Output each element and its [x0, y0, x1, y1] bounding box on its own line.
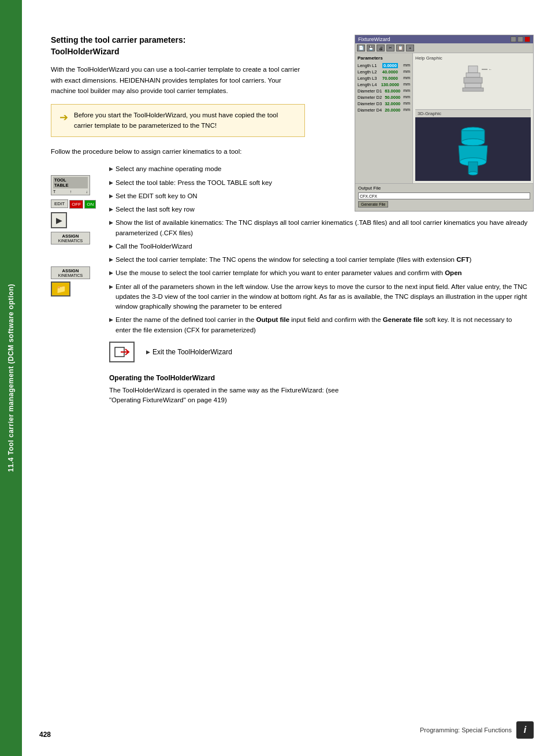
- tb-icon-1[interactable]: 📄: [357, 45, 365, 51]
- tool-illustration: ←: [415, 63, 531, 109]
- tb-icon-2[interactable]: 💾: [367, 45, 375, 51]
- output-input-row: [358, 192, 530, 199]
- help-graphic-label: Help Graphic: [415, 55, 531, 61]
- step4-arrow: ▶: [109, 206, 113, 214]
- step5-text: Show the list of available kinematics: T…: [116, 218, 528, 238]
- footer: 428 Programming: Special Functions i: [22, 721, 551, 739]
- intro-text: With the ToolHolderWizard you can use a …: [51, 64, 305, 96]
- svg-rect-6: [463, 88, 483, 91]
- step9-arrow: ▶: [109, 283, 113, 291]
- param-row-l3: Length L3 70.0000 mm: [358, 76, 410, 81]
- param-row-d4: Diameter D4 20.0000 mm: [358, 108, 410, 113]
- note-text: Before you start the ToolHolderWizard, y…: [74, 110, 296, 131]
- exit-icon-svg: [114, 346, 130, 358]
- panel-body: Parameters Length L1 0.0000 mm Length L2…: [355, 53, 533, 183]
- param-row-l1: Length L1 0.0000 mm: [358, 63, 410, 68]
- page-number: 428: [39, 731, 51, 739]
- tt-row: T↑↓: [53, 190, 88, 194]
- param-row-d2: Diameter D2 50.0000 mm: [358, 95, 410, 100]
- fixture-wizard-panel: FixtureWizard 📄 💾 🖨 ✂ 📋 + Parameters Len…: [355, 35, 534, 212]
- step7-text: Select the tool carrier template: The TN…: [116, 255, 471, 265]
- output-section: Output File Generate File: [355, 183, 533, 211]
- assign-kin-icon1: ASSIGN KINEMATICS: [51, 232, 90, 244]
- step1-arrow: ▶: [109, 165, 113, 173]
- params-label: Parameters: [358, 55, 410, 61]
- step-item-5: ▶ Show the list of available kinematics:…: [109, 216, 528, 240]
- tb-icon-5[interactable]: 📋: [396, 45, 404, 51]
- tool-table-widget: TOOLTABLE T↑↓: [51, 175, 100, 195]
- follow-text: Follow the procedure below to assign car…: [51, 146, 305, 157]
- svg-rect-4: [464, 77, 482, 83]
- footer-right: Programming: Special Functions i: [420, 721, 534, 739]
- close-btn[interactable]: [524, 36, 530, 42]
- footer-text: Programming: Special Functions: [420, 727, 512, 733]
- on-softkey: ON: [84, 200, 96, 209]
- maximize-btn[interactable]: [518, 36, 523, 42]
- off-softkey: OFF: [69, 200, 83, 209]
- panel-toolbar: 📄 💾 🖨 ✂ 📋 +: [355, 43, 533, 53]
- step5-arrow: ▶: [109, 219, 113, 227]
- output-row: Output File: [358, 186, 530, 191]
- panel-titlebar: FixtureWizard: [355, 35, 533, 43]
- svg-point-11: [461, 139, 485, 146]
- panel-title: FixtureWizard: [358, 36, 390, 42]
- nav-button-widget: ▶: [51, 212, 100, 228]
- step-item-6: ▶ Call the ToolHolderWizard: [109, 240, 528, 253]
- tool-table-icon: TOOLTABLE T↑↓: [51, 175, 90, 195]
- step9-text: Enter all of the parameters shown in the…: [116, 282, 528, 312]
- assign-kin-widget2: ASSIGN KINEMATICS 📁: [51, 266, 100, 297]
- note-box: ➔ Before you start the ToolHolderWizard,…: [51, 104, 305, 137]
- param-row-d3: Diameter D3 32.0000 mm: [358, 101, 410, 106]
- tb-icon-6[interactable]: +: [406, 45, 414, 51]
- minimize-btn[interactable]: [511, 36, 516, 42]
- edit-softkey-widget: EDIT OFF ON: [51, 199, 100, 209]
- step8-text: Use the mouse to select the tool carrier…: [116, 268, 462, 278]
- step1-spacer: [51, 162, 100, 175]
- step-item-9: ▶ Enter all of the parameters shown in t…: [109, 280, 528, 314]
- step-item-8: ▶ Use the mouse to select the tool carri…: [109, 266, 528, 280]
- tb-icon-4[interactable]: ✂: [386, 45, 394, 51]
- svg-rect-3: [466, 73, 480, 77]
- tool-svg: ←: [450, 65, 496, 108]
- svg-rect-2: [468, 66, 478, 73]
- exit-step-row: ▶ Exit the ToolHolderWizard: [109, 342, 528, 362]
- generate-file-button[interactable]: Generate File: [358, 201, 388, 207]
- param-row-l4: Length L4 130.0000 mm: [358, 82, 410, 87]
- step3-text: Set the EDIT soft key to ON: [116, 191, 198, 201]
- tb-icon-3[interactable]: 🖨: [377, 45, 385, 51]
- icons-column: TOOLTABLE T↑↓ EDIT OFF ON ▶: [51, 162, 100, 405]
- assign-kin-widget1: ASSIGN KINEMATICS: [51, 232, 100, 244]
- param-row-l2: Length L2 40.0000 mm: [358, 69, 410, 75]
- step11-text: Exit the ToolHolderWizard: [152, 348, 232, 356]
- step-item-7: ▶ Select the tool carrier template: The …: [109, 253, 528, 266]
- step11-container: ▶ Exit the ToolHolderWizard: [146, 348, 232, 356]
- sidebar: 11.4 Tool carrier management (DCM softwa…: [0, 0, 22, 756]
- svg-point-15: [468, 172, 478, 175]
- svg-rect-5: [465, 83, 481, 88]
- panel-parameters: Parameters Length L1 0.0000 mm Length L2…: [355, 53, 413, 183]
- info-icon: i: [524, 725, 526, 735]
- view3d-label: 3D-Graphic: [415, 109, 531, 117]
- view3d-area: [415, 117, 531, 181]
- step3-arrow: ▶: [109, 192, 113, 201]
- step6-text: Call the ToolHolderWizard: [116, 242, 192, 251]
- sub-section-title: Operating the ToolHolderWizard: [109, 374, 528, 382]
- info-badge: i: [516, 721, 534, 739]
- step10-arrow: ▶: [109, 316, 113, 324]
- step2-arrow: ▶: [109, 179, 113, 187]
- folder-icon: 📁: [51, 281, 70, 297]
- 3d-tool-svg: [447, 120, 499, 178]
- note-arrow-icon: ➔: [59, 111, 68, 124]
- panel-right: Help Graphic ← 3D-Graphic: [413, 53, 533, 183]
- panel-controls: [511, 36, 530, 42]
- step1-text: Select any machine operating mode: [116, 164, 221, 174]
- nav-button: ▶: [51, 212, 67, 228]
- assign-kin-icon2: ASSIGN KINEMATICS: [51, 266, 90, 279]
- step2-text: Select the tool table: Press the TOOL TA…: [116, 178, 272, 188]
- output-input[interactable]: [358, 192, 530, 199]
- output-label: Output File: [358, 186, 381, 191]
- sidebar-label: 11.4 Tool carrier management (DCM softwa…: [7, 284, 15, 472]
- svg-text:←: ←: [489, 68, 492, 71]
- generate-row: Generate File: [358, 201, 530, 207]
- tt-title: TOOLTABLE: [53, 177, 88, 188]
